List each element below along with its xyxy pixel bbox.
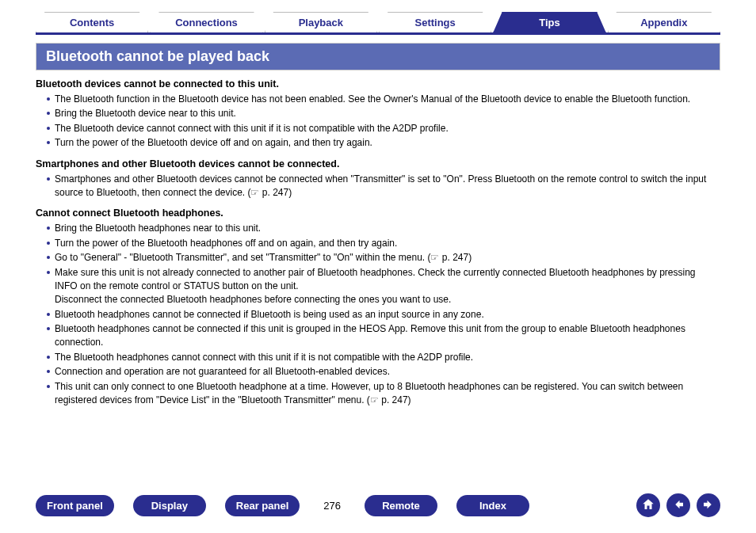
list-item: Turn the power of the Bluetooth device o… [47,136,720,150]
list-item: Turn the power of the Bluetooth headphon… [47,237,720,250]
section-heading: Bluetooth devices cannot be connected to… [36,78,720,89]
bullet-list: The Bluetooth function in the Bluetooth … [36,93,720,150]
front-panel-button[interactable]: Front panel [36,495,114,516]
display-button[interactable]: Display [133,495,206,516]
page-number: 276 [319,500,346,512]
section-heading: Cannot connect Bluetooth headphones. [36,207,720,219]
top-tabs: Contents Connections Playback Settings T… [36,12,720,35]
rear-panel-button[interactable]: Rear panel [225,495,300,516]
bullet-list: Bring the Bluetooth headphones near to t… [36,222,720,407]
bottom-bar: Front panel Display Rear panel 276 Remot… [36,493,720,517]
tab-appendix[interactable]: Appendix [608,12,720,32]
prev-page-button[interactable] [666,493,690,517]
section-smartphones: Smartphones and other Bluetooth devices … [36,158,720,200]
list-item: The Bluetooth headphones cannot connect … [47,351,720,364]
bullet-list: Smartphones and other Bluetooth devices … [36,173,720,200]
tab-playback[interactable]: Playback [265,12,377,32]
list-item: Bluetooth headphones cannot be connected… [47,308,720,322]
list-item: Make sure this unit is not already conne… [47,266,720,307]
tab-settings[interactable]: Settings [379,12,491,32]
list-item: This unit can only connect to one Blueto… [47,380,720,408]
home-button[interactable] [636,493,660,517]
tab-tips[interactable]: Tips [493,12,605,32]
arrow-left-icon [671,497,685,514]
remote-button[interactable]: Remote [365,495,437,516]
tab-connections[interactable]: Connections [150,12,262,32]
nav-icons [636,493,720,517]
section-bt-devices: Bluetooth devices cannot be connected to… [36,78,720,150]
section-headphones: Cannot connect Bluetooth headphones. Bri… [36,207,720,407]
next-page-button[interactable] [697,493,720,517]
section-heading: Smartphones and other Bluetooth devices … [36,158,720,169]
list-item: The Bluetooth device cannot connect with… [47,122,720,135]
list-item: Bring the Bluetooth headphones near to t… [47,222,720,235]
list-item: The Bluetooth function in the Bluetooth … [47,93,720,106]
index-button[interactable]: Index [456,495,529,516]
home-icon [641,497,655,514]
list-item: Connection and operation are not guarant… [47,365,720,379]
list-item: Go to "General" - "Bluetooth Transmitter… [47,251,720,265]
tab-contents[interactable]: Contents [36,12,148,32]
list-item: Smartphones and other Bluetooth devices … [47,173,720,200]
arrow-right-icon [701,497,716,514]
list-item: Bluetooth headphones cannot be connected… [47,322,720,350]
page-title: Bluetooth cannot be played back [36,43,720,70]
list-item: Bring the Bluetooth device near to this … [47,107,720,120]
